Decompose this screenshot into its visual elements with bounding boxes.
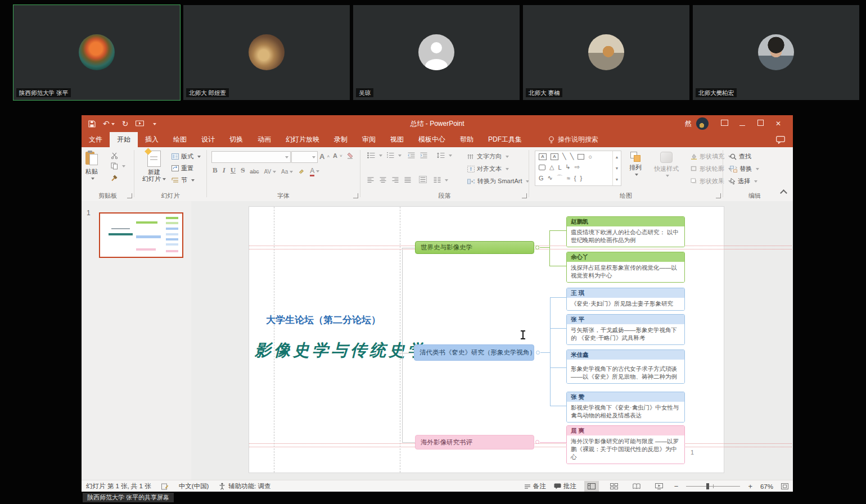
paragraph-dialog-launcher[interactable]: [522, 193, 527, 198]
slide-sorter-view-button[interactable]: [607, 481, 621, 492]
topic-card[interactable]: 王 琪 《奁史·夫妇门》所见隐士妻子形象研究: [566, 288, 685, 311]
font-name-combo[interactable]: [211, 151, 291, 163]
branch-collapse-handle[interactable]: [536, 351, 540, 355]
language-status[interactable]: 中文(中国): [179, 482, 209, 491]
participant-tile-wuqiong[interactable]: 吴琼: [353, 5, 520, 100]
numbering-icon[interactable]: [386, 152, 402, 158]
tab-animations[interactable]: 动画: [250, 132, 278, 147]
normal-view-button[interactable]: [584, 481, 599, 492]
tab-pdf-tools[interactable]: PDF工具集: [481, 132, 529, 147]
tab-draw[interactable]: 绘图: [166, 132, 194, 147]
line-spacing-icon[interactable]: [437, 152, 452, 158]
rounded-rect-icon[interactable]: [539, 165, 545, 170]
strikethrough-button[interactable]: S: [241, 166, 245, 175]
spell-check-icon[interactable]: [161, 483, 169, 490]
save-icon[interactable]: [88, 120, 96, 128]
tab-design[interactable]: 设计: [194, 132, 222, 147]
zoom-out-button[interactable]: −: [674, 482, 679, 491]
freeform-shape-icon[interactable]: G: [539, 175, 544, 181]
new-slide-button[interactable]: 新建 幻灯片: [142, 151, 166, 182]
tab-review[interactable]: 审阅: [355, 132, 383, 147]
start-slideshow-icon[interactable]: [136, 120, 144, 127]
undo-icon[interactable]: ↶: [103, 120, 115, 128]
customize-qat-icon[interactable]: [151, 119, 156, 129]
bullets-icon[interactable]: [367, 152, 382, 158]
convert-smartart-button[interactable]: 转换为 SmartArt: [467, 177, 529, 185]
branch-overseas-review[interactable]: 海外影像研究书评: [415, 435, 534, 449]
underline-button[interactable]: U: [231, 166, 236, 175]
paste-button[interactable]: 粘贴: [85, 151, 98, 180]
align-right-icon[interactable]: [392, 177, 399, 183]
account-avatar[interactable]: [696, 117, 709, 130]
arrange-button[interactable]: 排列: [629, 152, 642, 176]
topic-card[interactable]: 余心丫 浅探拜占廷皇权形象宣传的视觉化——以视觉资料为中心: [566, 252, 685, 283]
triangle-shape-icon[interactable]: △: [549, 164, 554, 171]
branch-world-history[interactable]: 世界史与影像史学: [415, 241, 534, 254]
copy-icon[interactable]: [111, 162, 125, 170]
font-color-button[interactable]: A: [310, 167, 319, 175]
align-left-icon[interactable]: [367, 177, 374, 183]
block-arrow-icon[interactable]: ⇨: [575, 164, 580, 171]
account-name[interactable]: 然: [685, 119, 692, 129]
reset-button[interactable]: 重置: [172, 164, 193, 172]
zoom-level[interactable]: 67%: [760, 483, 773, 490]
highlight-pen-icon[interactable]: [298, 168, 305, 175]
shapes-gallery[interactable]: AA╲╲○ △L↳⇨ G∿⌒≈{} ▲▼▼: [535, 151, 621, 186]
maximize-button[interactable]: [751, 120, 769, 128]
increase-indent-icon[interactable]: [420, 152, 427, 158]
cut-icon[interactable]: [111, 152, 118, 159]
shapes-gallery-scroll[interactable]: ▲▼▼: [612, 151, 621, 185]
layout-button[interactable]: 版式: [172, 152, 201, 161]
topic-card[interactable]: 屈 爽 海外汉学影像研究的可能与限度 ——以罗鹏《裸观：关于中国现代性的反思》为…: [566, 425, 685, 464]
topic-card[interactable]: 张 赞 影视史学视角下《奁史·禽虫门》中女性与禽鸟动物的相处及情感表达: [566, 392, 685, 423]
accessibility-status[interactable]: 辅助功能: 调查: [219, 482, 270, 491]
font-dialog-launcher[interactable]: [353, 193, 358, 198]
branch-collapse-handle[interactable]: [535, 440, 539, 444]
scribble-shape-icon[interactable]: ∿: [548, 174, 553, 181]
main-title[interactable]: 影像史学与传统史学: [255, 339, 427, 362]
arrow-shape-icon[interactable]: ╲: [570, 153, 574, 160]
participant-tile-fanbohong[interactable]: 北师大樊柏宏: [693, 5, 859, 100]
arc-shape-icon[interactable]: ⌒: [557, 174, 563, 182]
tab-record[interactable]: 录制: [327, 132, 355, 147]
format-painter-icon[interactable]: [111, 174, 118, 181]
shrink-font-icon[interactable]: A˅: [333, 152, 342, 159]
italic-button[interactable]: I: [223, 166, 225, 175]
slideshow-view-button[interactable]: [652, 481, 666, 492]
align-center-icon[interactable]: [380, 177, 386, 183]
branch-collapse-handle[interactable]: [535, 246, 539, 249]
tell-me-search[interactable]: 操作说明搜索: [548, 132, 598, 147]
participant-tile-zhangping[interactable]: 陕西师范大学 张平: [13, 5, 180, 100]
topic-card[interactable]: 赵鹏凯 瘟疫情境下欧洲人的社会心态研究： 以中世纪晚期的绘画作品为例: [566, 216, 685, 247]
font-size-combo[interactable]: [291, 151, 318, 163]
tab-insert[interactable]: 插入: [138, 132, 166, 147]
reading-view-button[interactable]: [629, 481, 644, 492]
zoom-in-button[interactable]: +: [748, 482, 752, 491]
text-direction-button[interactable]: 文字方向: [467, 152, 509, 161]
comments-toggle[interactable]: 批注: [554, 482, 576, 491]
feedback-icon[interactable]: [776, 132, 785, 147]
section-button[interactable]: 节: [172, 176, 195, 184]
tab-help[interactable]: 帮助: [453, 132, 481, 147]
zoom-slider[interactable]: [686, 486, 740, 487]
elbow-arrow-icon[interactable]: ↳: [566, 164, 571, 171]
tab-template-center[interactable]: 模板中心: [411, 132, 453, 147]
fit-slide-button[interactable]: [781, 483, 788, 489]
subscript-button[interactable]: abc: [250, 169, 259, 175]
vertical-textbox-icon[interactable]: A: [551, 153, 558, 160]
drawing-dialog-launcher[interactable]: [716, 193, 721, 198]
quick-styles-button[interactable]: 快速样式: [654, 152, 679, 177]
slide-thumbnail[interactable]: [99, 212, 183, 258]
redo-icon[interactable]: ↻: [122, 120, 129, 128]
tab-transitions[interactable]: 切换: [222, 132, 250, 147]
slide-canvas[interactable]: 大学生论坛（第二分论坛） 影像史学与传统史学 世界史与影像史学 赵鹏凯 瘟疫情境…: [191, 201, 793, 480]
select-button[interactable]: 选择: [730, 177, 757, 185]
line-shape-icon[interactable]: ╲: [562, 153, 566, 160]
participant-tile-langyuxuan[interactable]: 北师大 郎煜萱: [183, 5, 350, 100]
participant-tile-sainan[interactable]: 北师大 赛楠: [523, 5, 689, 100]
clear-format-icon[interactable]: [346, 152, 354, 159]
decrease-indent-icon[interactable]: [408, 152, 415, 158]
curve-shape-icon[interactable]: ≈: [567, 175, 570, 181]
rectangle-shape-icon[interactable]: [578, 154, 584, 160]
oval-shape-icon[interactable]: ○: [588, 153, 592, 160]
